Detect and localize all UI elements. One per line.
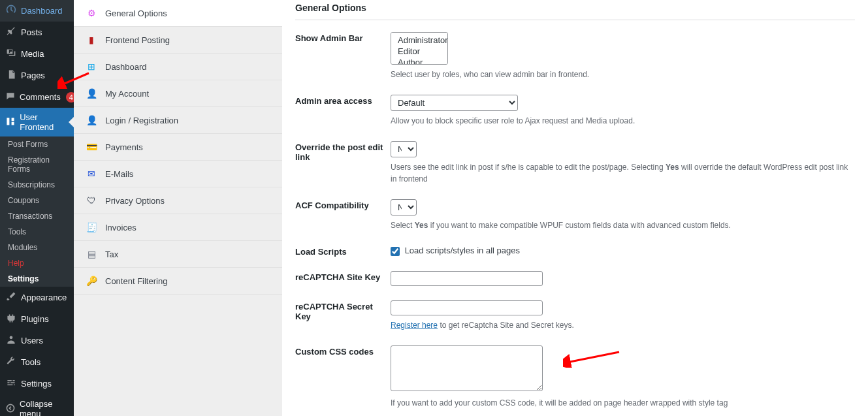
tab-payments[interactable]: 💳 Payments [74, 134, 282, 161]
desc-acf: Select Yes if you want to make compatibl… [391, 219, 855, 231]
collapse-icon [5, 403, 16, 415]
tab-label: Dashboard [105, 62, 147, 72]
comment-icon [5, 91, 16, 103]
menu-tools[interactable]: Tools [0, 351, 74, 373]
label-css: Custom CSS codes [295, 345, 391, 409]
tab-label: E-Mails [105, 169, 133, 179]
menu-pages[interactable]: Pages [0, 65, 74, 86]
tab-invoices[interactable]: 🧾 Invoices [74, 214, 282, 241]
tab-label: Content Filtering [105, 276, 167, 286]
label-override-edit: Override the post edit link [295, 141, 391, 185]
brush-icon [5, 291, 17, 304]
input-recaptcha-secret[interactable] [391, 300, 543, 315]
desc-override-edit: Users see the edit link in post if s/he … [391, 161, 855, 185]
tab-account[interactable]: 👤 My Account [74, 80, 282, 107]
label-load-scripts: Load Scripts [295, 246, 391, 257]
menu-comments[interactable]: Comments 4 [0, 86, 74, 108]
submenu-registration-forms[interactable]: Registration Forms [0, 152, 74, 177]
page-heading: General Options [295, 3, 855, 20]
post-icon: ▮ [86, 34, 97, 46]
input-recaptcha-site[interactable] [391, 271, 543, 286]
user-icon: 👤 [86, 88, 97, 99]
submenu-coupons[interactable]: Coupons [0, 193, 74, 208]
speedometer-icon [5, 5, 17, 17]
tab-frontend[interactable]: ▮ Frontend Posting [74, 27, 282, 54]
menu-plugins[interactable]: Plugins [0, 308, 74, 330]
invoice-icon: 🧾 [86, 221, 97, 233]
submenu-settings[interactable]: Settings [0, 271, 74, 287]
checkbox-load-scripts[interactable] [391, 247, 400, 256]
menu-label: Dashboard [21, 6, 63, 16]
menu-label: Media [21, 49, 44, 59]
select-acf[interactable]: No [391, 199, 417, 216]
menu-label: Posts [21, 27, 42, 37]
menu-label: Pages [21, 71, 45, 80]
submenu-tools[interactable]: Tools [0, 224, 74, 240]
card-icon: 💳 [86, 141, 97, 153]
tab-login[interactable]: 👤 Login / Registration [74, 107, 282, 134]
menu-label: Settings [21, 379, 52, 389]
desc-admin-access: Allow you to block specific user role to… [391, 115, 855, 127]
submenu-help[interactable]: Help [0, 255, 74, 271]
select-admin-bar-roles[interactable]: Administrator Editor Author Contributor [391, 32, 448, 65]
sliders-icon [5, 377, 17, 390]
pin-icon [5, 26, 17, 39]
menu-label: Users [21, 336, 43, 345]
textarea-css[interactable] [391, 345, 543, 391]
tab-label: Privacy Options [105, 196, 165, 206]
users-icon [5, 334, 17, 347]
wpuf-icon [5, 116, 16, 129]
menu-label: Comments [20, 92, 61, 102]
select-override-edit[interactable]: No [391, 141, 417, 157]
label-admin-access: Admin area access [295, 95, 391, 127]
checkbox-load-scripts-label: Load scripts/styles in all pages [405, 246, 520, 255]
gear-icon: ⚙ [86, 7, 97, 19]
select-admin-access[interactable]: Default [391, 95, 518, 111]
menu-settings[interactable]: Settings [0, 373, 74, 394]
label-recaptcha-secret: reCAPTCHA Secret Key [295, 300, 391, 331]
tab-label: Invoices [105, 223, 137, 232]
key-icon: 🔑 [86, 275, 97, 287]
desc-admin-bar: Select user by roles, who can view admin… [391, 69, 855, 80]
submenu-post-forms[interactable]: Post Forms [0, 136, 74, 152]
menu-collapse[interactable]: Collapse menu [0, 394, 74, 416]
menu-label: User Frontend [20, 112, 69, 132]
menu-label: Collapse menu [20, 399, 69, 416]
page-icon [5, 69, 17, 82]
tab-filtering[interactable]: 🔑 Content Filtering [74, 268, 282, 295]
submenu-subscriptions[interactable]: Subscriptions [0, 177, 74, 193]
tab-dashboard[interactable]: ⊞ Dashboard [74, 54, 282, 80]
menu-dashboard[interactable]: Dashboard [0, 0, 74, 22]
mail-icon: ✉ [86, 168, 97, 180]
tab-label: Tax [105, 249, 118, 259]
submenu-modules[interactable]: Modules [0, 240, 74, 255]
desc-css: If you want to add your custom CSS code,… [391, 397, 855, 409]
submenu-transactions[interactable]: Transactions [0, 208, 74, 224]
menu-posts[interactable]: Posts [0, 22, 74, 43]
tab-label: My Account [105, 89, 149, 99]
tab-label: Login / Registration [105, 116, 178, 125]
menu-user-frontend[interactable]: User Frontend [0, 108, 74, 136]
menu-users[interactable]: Users [0, 330, 74, 351]
menu-media[interactable]: Media [0, 43, 74, 65]
shield-icon: 🛡 [86, 195, 97, 206]
tab-privacy[interactable]: 🛡 Privacy Options [74, 187, 282, 214]
tab-label: General Options [105, 8, 167, 18]
menu-label: Plugins [21, 314, 49, 324]
tab-general[interactable]: ⚙ General Options [74, 0, 282, 27]
desc-recaptcha: Register here to get reCaptcha Site and … [391, 319, 855, 331]
tab-emails[interactable]: ✉ E-Mails [74, 161, 282, 187]
tab-label: Frontend Posting [105, 35, 170, 45]
menu-label: Tools [21, 357, 40, 367]
menu-label: Appearance [21, 293, 67, 302]
label-acf: ACF Compatibility [295, 199, 391, 231]
link-register-recaptcha[interactable]: Register here [391, 321, 438, 330]
media-icon [5, 48, 17, 60]
tab-tax[interactable]: ▤ Tax [74, 241, 282, 268]
label-recaptcha-site: reCAPTCHA Site Key [295, 271, 391, 286]
checkbox-load-scripts-wrap[interactable]: Load scripts/styles in all pages [391, 246, 520, 255]
svg-point-0 [7, 404, 14, 411]
label-admin-bar: Show Admin Bar [295, 32, 391, 80]
menu-appearance[interactable]: Appearance [0, 287, 74, 308]
wrench-icon [5, 356, 17, 368]
